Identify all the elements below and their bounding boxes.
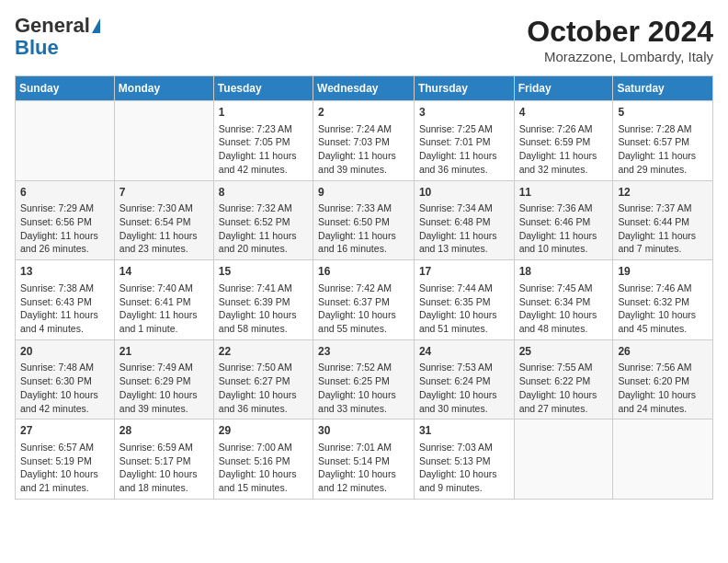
calendar-cell: 21Sunrise: 7:49 AMSunset: 6:29 PMDayligh… bbox=[114, 339, 213, 419]
day-content: Sunset: 7:05 PM bbox=[219, 135, 308, 149]
day-number: 10 bbox=[419, 185, 509, 201]
day-content: Daylight: 10 hours and 58 minutes. bbox=[219, 308, 308, 335]
calendar-month-year: October 2024 bbox=[527, 15, 713, 49]
day-content: Sunrise: 7:55 AM bbox=[519, 361, 609, 374]
day-content: Daylight: 10 hours and 33 minutes. bbox=[318, 388, 409, 415]
calendar-header-row: SundayMondayTuesdayWednesdayThursdayFrid… bbox=[16, 76, 713, 101]
day-content: Daylight: 10 hours and 24 minutes. bbox=[618, 388, 708, 415]
calendar-location: Morazzone, Lombardy, Italy bbox=[527, 49, 713, 64]
day-content: Sunrise: 7:28 AM bbox=[618, 122, 708, 136]
day-content: Daylight: 11 hours and 7 minutes. bbox=[618, 229, 708, 256]
day-number: 1 bbox=[219, 105, 308, 121]
calendar-week-row: 20Sunrise: 7:48 AMSunset: 6:30 PMDayligh… bbox=[16, 339, 713, 419]
day-content: Sunset: 6:37 PM bbox=[318, 295, 409, 309]
day-content: Daylight: 11 hours and 23 minutes. bbox=[119, 229, 209, 256]
day-number: 25 bbox=[519, 344, 609, 360]
day-content: Sunrise: 7:46 AM bbox=[618, 282, 708, 295]
day-content: Sunset: 6:56 PM bbox=[20, 215, 109, 229]
day-content: Sunrise: 7:24 AM bbox=[318, 122, 409, 136]
day-content: Sunrise: 7:34 AM bbox=[419, 201, 509, 215]
calendar-cell: 11Sunrise: 7:36 AMSunset: 6:46 PMDayligh… bbox=[514, 180, 613, 260]
day-content: Sunset: 6:41 PM bbox=[119, 295, 209, 309]
day-content: Sunrise: 7:53 AM bbox=[419, 361, 509, 374]
day-content: Sunset: 6:54 PM bbox=[119, 215, 209, 229]
day-content: Sunrise: 7:30 AM bbox=[119, 201, 209, 215]
calendar-cell: 8Sunrise: 7:32 AMSunset: 6:52 PMDaylight… bbox=[213, 180, 313, 260]
day-content: Sunset: 6:57 PM bbox=[618, 135, 708, 149]
day-number: 19 bbox=[618, 264, 708, 280]
calendar-cell: 16Sunrise: 7:42 AMSunset: 6:37 PMDayligh… bbox=[313, 260, 415, 340]
day-content: Daylight: 10 hours and 18 minutes. bbox=[119, 467, 209, 494]
calendar-cell: 9Sunrise: 7:33 AMSunset: 6:50 PMDaylight… bbox=[313, 180, 415, 260]
day-content: Sunrise: 7:45 AM bbox=[519, 282, 609, 295]
day-content: Sunrise: 7:38 AM bbox=[20, 282, 109, 295]
day-content: Daylight: 11 hours and 36 minutes. bbox=[419, 149, 509, 176]
calendar-cell: 13Sunrise: 7:38 AMSunset: 6:43 PMDayligh… bbox=[16, 260, 115, 340]
logo: General Blue bbox=[15, 15, 100, 59]
day-content: Daylight: 10 hours and 39 minutes. bbox=[119, 388, 209, 415]
day-content: Sunset: 6:29 PM bbox=[119, 374, 209, 388]
day-content: Sunrise: 7:25 AM bbox=[419, 122, 509, 136]
day-content: Sunrise: 7:48 AM bbox=[20, 361, 109, 374]
day-number: 23 bbox=[318, 344, 409, 360]
day-number: 11 bbox=[519, 185, 609, 201]
day-content: Daylight: 11 hours and 1 minute. bbox=[119, 308, 209, 335]
calendar-cell: 24Sunrise: 7:53 AMSunset: 6:24 PMDayligh… bbox=[414, 339, 514, 419]
day-content: Sunset: 6:35 PM bbox=[419, 295, 509, 309]
calendar-cell bbox=[114, 101, 213, 181]
calendar-cell: 14Sunrise: 7:40 AMSunset: 6:41 PMDayligh… bbox=[114, 260, 213, 340]
day-number: 27 bbox=[20, 423, 109, 439]
day-content: Sunset: 6:34 PM bbox=[519, 295, 609, 309]
day-content: Sunrise: 7:37 AM bbox=[618, 201, 708, 215]
day-content: Sunset: 6:25 PM bbox=[318, 374, 409, 388]
day-content: Sunset: 6:39 PM bbox=[219, 295, 308, 309]
day-number: 5 bbox=[618, 105, 708, 121]
day-content: Sunrise: 7:52 AM bbox=[318, 361, 409, 374]
day-number: 7 bbox=[119, 185, 209, 201]
day-content: Sunset: 5:13 PM bbox=[419, 454, 509, 468]
day-content: Sunrise: 7:00 AM bbox=[219, 441, 308, 454]
day-number: 22 bbox=[219, 344, 308, 360]
day-number: 26 bbox=[618, 344, 708, 360]
calendar-cell bbox=[514, 419, 613, 500]
day-content: Sunrise: 7:41 AM bbox=[219, 282, 308, 295]
day-number: 3 bbox=[419, 105, 509, 121]
day-content: Daylight: 11 hours and 16 minutes. bbox=[318, 229, 409, 256]
day-number: 28 bbox=[119, 423, 209, 439]
day-content: Sunset: 6:32 PM bbox=[618, 295, 708, 309]
day-number: 31 bbox=[419, 423, 509, 439]
day-content: Sunrise: 7:23 AM bbox=[219, 122, 308, 136]
day-content: Daylight: 10 hours and 30 minutes. bbox=[419, 388, 509, 415]
day-content: Sunrise: 7:56 AM bbox=[618, 361, 708, 374]
day-number: 14 bbox=[119, 264, 209, 280]
calendar-cell: 31Sunrise: 7:03 AMSunset: 5:13 PMDayligh… bbox=[414, 419, 514, 500]
day-content: Daylight: 10 hours and 12 minutes. bbox=[318, 467, 409, 494]
calendar-week-row: 1Sunrise: 7:23 AMSunset: 7:05 PMDaylight… bbox=[16, 101, 713, 181]
logo-general: General bbox=[15, 15, 90, 37]
day-content: Sunset: 6:24 PM bbox=[419, 374, 509, 388]
day-content: Sunrise: 7:36 AM bbox=[519, 201, 609, 215]
calendar-cell: 26Sunrise: 7:56 AMSunset: 6:20 PMDayligh… bbox=[613, 339, 713, 419]
day-content: Sunset: 6:30 PM bbox=[20, 374, 109, 388]
day-content: Daylight: 10 hours and 36 minutes. bbox=[219, 388, 308, 415]
weekday-header: Sunday bbox=[16, 76, 115, 101]
day-content: Sunset: 6:52 PM bbox=[219, 215, 308, 229]
calendar-cell: 10Sunrise: 7:34 AMSunset: 6:48 PMDayligh… bbox=[414, 180, 514, 260]
day-content: Sunrise: 7:40 AM bbox=[119, 282, 209, 295]
weekday-header: Friday bbox=[514, 76, 613, 101]
calendar-cell: 15Sunrise: 7:41 AMSunset: 6:39 PMDayligh… bbox=[213, 260, 313, 340]
day-content: Sunset: 6:43 PM bbox=[20, 295, 109, 309]
calendar-cell: 1Sunrise: 7:23 AMSunset: 7:05 PMDaylight… bbox=[213, 101, 313, 181]
calendar-week-row: 6Sunrise: 7:29 AMSunset: 6:56 PMDaylight… bbox=[16, 180, 713, 260]
calendar-cell: 22Sunrise: 7:50 AMSunset: 6:27 PMDayligh… bbox=[213, 339, 313, 419]
weekday-header: Monday bbox=[114, 76, 213, 101]
day-number: 8 bbox=[219, 185, 308, 201]
day-number: 18 bbox=[519, 264, 609, 280]
day-number: 4 bbox=[519, 105, 609, 121]
day-content: Daylight: 10 hours and 51 minutes. bbox=[419, 308, 509, 335]
day-content: Daylight: 11 hours and 39 minutes. bbox=[318, 149, 409, 176]
calendar-cell: 5Sunrise: 7:28 AMSunset: 6:57 PMDaylight… bbox=[613, 101, 713, 181]
calendar-cell: 23Sunrise: 7:52 AMSunset: 6:25 PMDayligh… bbox=[313, 339, 415, 419]
day-content: Daylight: 10 hours and 9 minutes. bbox=[419, 467, 509, 494]
calendar-cell: 6Sunrise: 7:29 AMSunset: 6:56 PMDaylight… bbox=[16, 180, 115, 260]
